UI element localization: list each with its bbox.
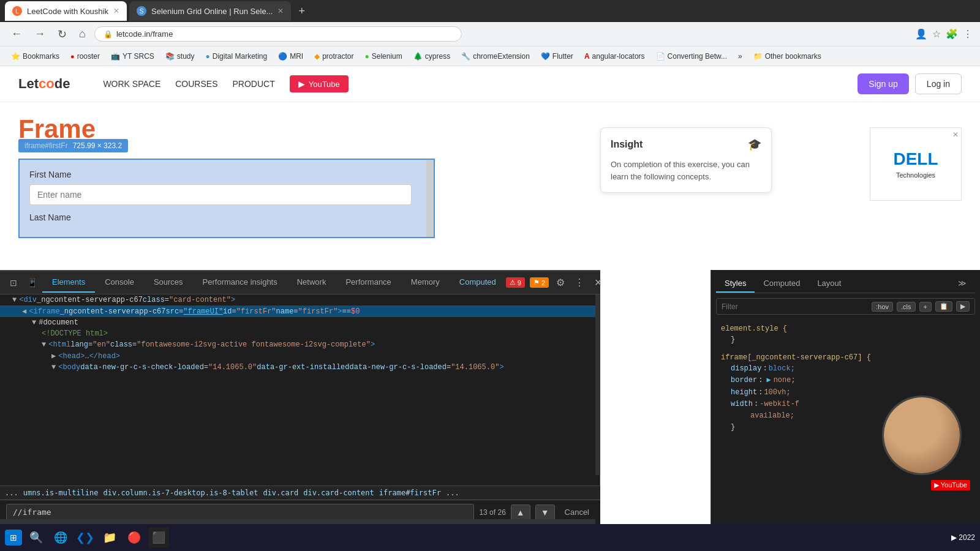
taskbar-red-icon[interactable]: 🔴 — [124, 527, 145, 548]
tab-close-letcode[interactable]: ✕ — [113, 7, 119, 15]
search-prev-button[interactable]: ▲ — [511, 504, 530, 520]
first-name-label: First Name — [29, 170, 424, 179]
devtools-close-button[interactable]: ✕ — [592, 274, 605, 291]
filter-btn2[interactable]: ▶ — [956, 301, 970, 312]
bookmark-bookmarks[interactable]: ⭐ Bookmarks — [6, 50, 64, 62]
home-button[interactable]: ⌂ — [75, 26, 89, 42]
breadcrumb-column[interactable]: div.column.is-7-desktop.is-8-tablet — [104, 489, 258, 497]
breadcrumb-end-dots[interactable]: ... — [446, 489, 459, 497]
dom-line-doctype[interactable]: <!DOCTYPE html> — [0, 328, 600, 339]
add-rule-button[interactable]: + — [919, 302, 932, 312]
tab-perf-insights[interactable]: Performance insights — [193, 272, 287, 293]
bookmark-angular[interactable]: A angular-locators — [579, 50, 650, 62]
tab-computed[interactable]: Computed — [450, 272, 506, 293]
new-tab-button[interactable]: + — [293, 5, 310, 18]
bookmark-dm[interactable]: ● Digital Marketing — [201, 50, 273, 62]
tab-console[interactable]: Console — [95, 272, 144, 293]
youtube-button[interactable]: ▶ YouTube — [290, 75, 349, 92]
bookmark-study[interactable]: 📚 study — [160, 50, 200, 62]
breadcrumb-multiline[interactable]: umns.is-multiline — [23, 489, 99, 497]
bookmark-protractor[interactable]: ◆ protractor — [309, 50, 358, 62]
bookmark-icon[interactable]: ☆ — [932, 28, 941, 40]
bookmark-mri[interactable]: 🔵 MRI — [273, 50, 308, 62]
styles-tab-layout[interactable]: Layout — [809, 275, 850, 293]
taskbar-vscode-icon[interactable]: ❮❯ — [75, 527, 96, 548]
tab-close-selenium[interactable]: ✕ — [277, 7, 284, 15]
breadcrumb-card-content[interactable]: div.card-content — [303, 489, 374, 497]
extension-icon[interactable]: 🧩 — [946, 28, 958, 40]
forward-button[interactable]: → — [31, 26, 49, 42]
settings-icon[interactable]: ⋮ — [963, 28, 973, 40]
dell-ad-content: DELL Technologies — [893, 149, 938, 179]
styles-tab-more[interactable]: ≫ — [949, 275, 975, 293]
breadcrumb-iframe[interactable]: iframe#firstFr — [379, 489, 441, 497]
bookmark-label-ang: angular-locators — [592, 52, 645, 61]
first-name-input[interactable] — [29, 184, 412, 205]
back-button[interactable]: ← — [7, 26, 26, 42]
tab-selenium[interactable]: S Selenium Grid Online | Run Sele... ✕ — [129, 1, 291, 21]
bookmark-ytsrcs[interactable]: 📺 YT SRCS — [106, 50, 159, 62]
profile-icon[interactable]: 👤 — [915, 28, 927, 40]
tab-elements[interactable]: Elements — [42, 272, 95, 293]
styles-tab-styles[interactable]: Styles — [716, 275, 755, 293]
dom-line-body[interactable]: ▼ <body data-new-gr-c-s-check-loaded = "… — [0, 362, 600, 373]
styles-filter-input[interactable] — [722, 302, 868, 311]
dell-ad-close[interactable]: ✕ — [952, 130, 959, 139]
cls-button[interactable]: .cls — [897, 302, 916, 312]
signup-button[interactable]: Sign up — [858, 73, 908, 94]
nav-courses[interactable]: COURSES — [175, 79, 217, 89]
colon2: : — [758, 375, 763, 386]
search-cancel-button[interactable]: Cancel — [560, 505, 594, 519]
dom-line-head[interactable]: ▶ <head> … </head> — [0, 350, 600, 362]
dom-line-html[interactable]: ▼ <html lang = "en" class = "fontawesome… — [0, 339, 600, 350]
taskbar-explorer-icon[interactable]: 📁 — [99, 527, 120, 548]
dom-name-attr: name — [276, 307, 294, 316]
devtools-tabs: ⊡ 📱 Elements Console Sources Performance… — [0, 271, 600, 294]
nav-workspace[interactable]: WORK SPACE — [103, 79, 160, 89]
taskbar-app-icon[interactable]: ⬛ — [148, 527, 169, 548]
bookmark-flutter[interactable]: 💙 Flutter — [536, 50, 578, 62]
dom-document: #document — [39, 318, 78, 327]
copy-button[interactable]: 📋 — [935, 301, 952, 312]
hov-button[interactable]: :hov — [872, 302, 893, 312]
xpath-search-input[interactable] — [6, 504, 474, 520]
login-button[interactable]: Log in — [915, 73, 962, 94]
page-body: Frame iframe#firstFr 725.99 × 323.2 Firs… — [0, 102, 980, 250]
devtools-device-icon[interactable]: 📱 — [22, 276, 42, 290]
bookmark-rooster[interactable]: ● rooster — [66, 50, 105, 62]
reload-button[interactable]: ↻ — [54, 26, 70, 42]
dell-ad: ✕ DELL Technologies — [870, 127, 962, 201]
dom-line-div[interactable]: ▼ <div _ngcontent-serverapp-c67 class = … — [0, 294, 600, 305]
breadcrumb-card[interactable]: div.card — [263, 489, 298, 497]
search-next-button[interactable]: ▼ — [535, 504, 555, 520]
tab-performance[interactable]: Performance — [336, 272, 401, 293]
devtools-more-icon[interactable]: ⋮ — [572, 274, 587, 291]
taskbar-start-button[interactable]: ⊞ — [5, 530, 22, 545]
dom-scrollbar[interactable] — [595, 294, 600, 475]
devtools-settings-icon[interactable]: ⚙ — [554, 274, 567, 291]
style-border: border : ▶ none; — [721, 375, 970, 386]
address-bar[interactable]: 🔒 letcode.in/frame — [94, 26, 462, 42]
tab-sources[interactable]: Sources — [144, 272, 193, 293]
dom-line-document[interactable]: ▼ #document — [0, 317, 600, 328]
bookmark-selenium[interactable]: ● Selenium — [360, 50, 407, 62]
styles-tab-computed[interactable]: Computed — [755, 275, 809, 293]
breadcrumb-dots[interactable]: ... — [5, 489, 18, 497]
tab-letcode[interactable]: L LeetCode with Koushik ✕ — [5, 1, 127, 21]
taskbar-browser-icon[interactable]: 🌐 — [50, 527, 71, 548]
tab-memory[interactable]: Memory — [401, 272, 450, 293]
iframe-scrollbar[interactable] — [426, 160, 434, 237]
devtools-inspector-icon[interactable]: ⊡ — [5, 276, 22, 290]
taskbar-search-icon[interactable]: 🔍 — [26, 527, 47, 548]
tab-network[interactable]: Network — [287, 272, 336, 293]
dom-line-iframe[interactable]: ◀ <iframe _ngcontent-serverapp-c67 src =… — [0, 305, 600, 317]
bookmark-more[interactable]: » — [733, 50, 747, 62]
nav-product[interactable]: PRODUCT — [232, 79, 274, 89]
bookmark-converting[interactable]: 📄 Converting Betw... — [651, 50, 732, 62]
bookmark-cypress[interactable]: 🌲 cypress — [409, 50, 455, 62]
dom-html-close: > — [371, 340, 375, 349]
bookmark-chromeext[interactable]: 🔧 chromeExtension — [456, 50, 535, 62]
bookmark-other[interactable]: 📁 Other bookmarks — [748, 50, 826, 62]
devtools-tab-icons: ⚠ 9 ⚑ 2 ⚙ ⋮ ✕ — [506, 274, 605, 291]
site-logo[interactable]: Letcode — [18, 76, 70, 92]
